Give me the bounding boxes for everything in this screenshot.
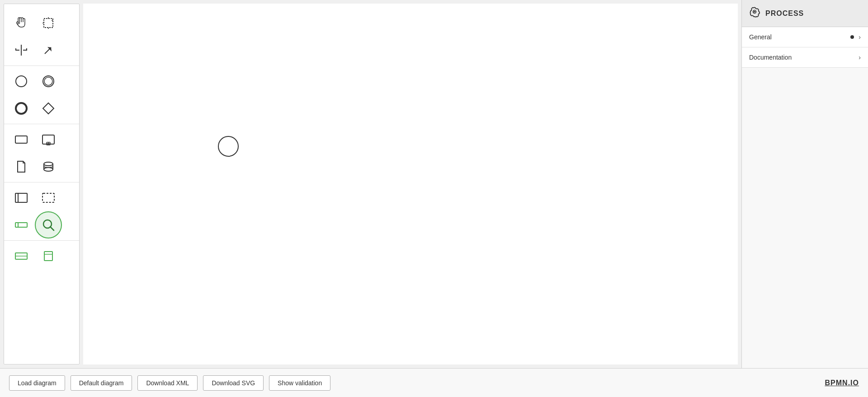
svg-rect-0: [44, 19, 53, 28]
general-item-right: ›: [850, 33, 861, 41]
connect-tool[interactable]: [35, 37, 62, 64]
toolbar-nav-section: [4, 8, 79, 66]
subprocess-tool[interactable]: [35, 126, 62, 153]
bottom-bar: Load diagram Default diagram Download XM…: [0, 368, 868, 397]
svg-point-35: [218, 136, 238, 156]
svg-rect-27: [15, 223, 27, 227]
main-container: PROCESS General › Documentation ›: [0, 0, 868, 368]
svg-rect-26: [42, 193, 54, 202]
download-xml-button[interactable]: Download XML: [137, 375, 198, 391]
documentation-item-right: ›: [859, 54, 861, 61]
svg-marker-14: [43, 103, 54, 114]
toolbar-artifacts-section: [4, 124, 79, 182]
intermediate-event-tool[interactable]: [35, 68, 62, 95]
start-event-icon: [13, 73, 29, 89]
hand-icon: [13, 15, 29, 31]
start-event-tool[interactable]: [8, 68, 35, 95]
split-tool[interactable]: [8, 37, 35, 64]
bpmn-logo-text: BPMN.IO: [825, 379, 859, 387]
gear-play-svg: [749, 6, 761, 18]
toolbar-events-section: [4, 66, 79, 124]
gear-play-icon: [749, 6, 761, 21]
panel-title: PROCESS: [765, 9, 804, 18]
data-store-tool[interactable]: [35, 153, 62, 180]
general-panel-item[interactable]: General ›: [742, 27, 868, 47]
documentation-item-left: Documentation: [749, 54, 792, 61]
find-tool[interactable]: [35, 211, 62, 238]
load-diagram-button[interactable]: Load diagram: [9, 375, 65, 391]
magnifier-icon: [40, 217, 57, 233]
horizontal-lane-tool[interactable]: [8, 243, 35, 270]
toolbar-pool-section: [4, 182, 79, 241]
pool-tool[interactable]: [8, 184, 35, 211]
hand-tool[interactable]: [8, 9, 35, 37]
svg-point-10: [16, 76, 27, 87]
general-chevron-icon: ›: [859, 33, 861, 41]
toolbar: [4, 4, 80, 364]
task-icon: [13, 131, 29, 148]
marquee-icon: [40, 15, 57, 31]
arrow-icon: [40, 42, 57, 58]
canvas-area[interactable]: [83, 4, 738, 364]
toolbar-lane-section: [4, 241, 79, 271]
pool-icon: [13, 190, 29, 206]
end-event-icon: [13, 100, 29, 117]
svg-point-20: [44, 162, 53, 166]
data-object-icon: [13, 159, 29, 175]
task-tool[interactable]: [8, 126, 35, 153]
split-icon: [13, 42, 29, 58]
bpmn-logo: BPMN.IO: [825, 379, 859, 387]
documentation-chevron-icon: ›: [859, 54, 861, 61]
group-tool[interactable]: [35, 184, 62, 211]
group-icon: [40, 190, 57, 206]
general-label: General: [749, 33, 772, 41]
horizontal-lane-icon: [13, 248, 29, 264]
panel-header: PROCESS: [742, 0, 868, 27]
marquee-select-tool[interactable]: [35, 9, 62, 37]
gateway-tool[interactable]: [35, 95, 62, 122]
vertical-lane-icon: [40, 248, 57, 264]
svg-point-13: [16, 103, 27, 114]
svg-rect-15: [15, 136, 27, 143]
svg-point-23: [44, 168, 53, 171]
svg-point-12: [44, 77, 52, 85]
right-panel: PROCESS General › Documentation ›: [741, 0, 868, 368]
documentation-panel-item[interactable]: Documentation ›: [742, 47, 868, 68]
collapsed-pool-tool[interactable]: [8, 211, 35, 238]
svg-rect-24: [15, 193, 27, 202]
start-event-element[interactable]: [217, 135, 240, 160]
gateway-icon: [40, 100, 57, 117]
data-store-icon: [40, 159, 57, 175]
show-validation-button[interactable]: Show validation: [269, 375, 330, 391]
documentation-label: Documentation: [749, 54, 792, 61]
general-item-left: General: [749, 33, 772, 41]
download-svg-button[interactable]: Download SVG: [203, 375, 264, 391]
end-event-tool[interactable]: [8, 95, 35, 122]
data-object-tool[interactable]: [8, 153, 35, 180]
intermediate-event-icon: [40, 73, 57, 89]
subprocess-icon: [40, 131, 57, 148]
default-diagram-button[interactable]: Default diagram: [71, 375, 132, 391]
collapsed-pool-icon: [13, 217, 29, 233]
start-event-circle-svg: [217, 135, 240, 158]
svg-rect-33: [44, 252, 52, 261]
svg-line-30: [50, 227, 54, 230]
vertical-lane-tool[interactable]: [35, 243, 62, 270]
general-dot: [850, 35, 854, 39]
